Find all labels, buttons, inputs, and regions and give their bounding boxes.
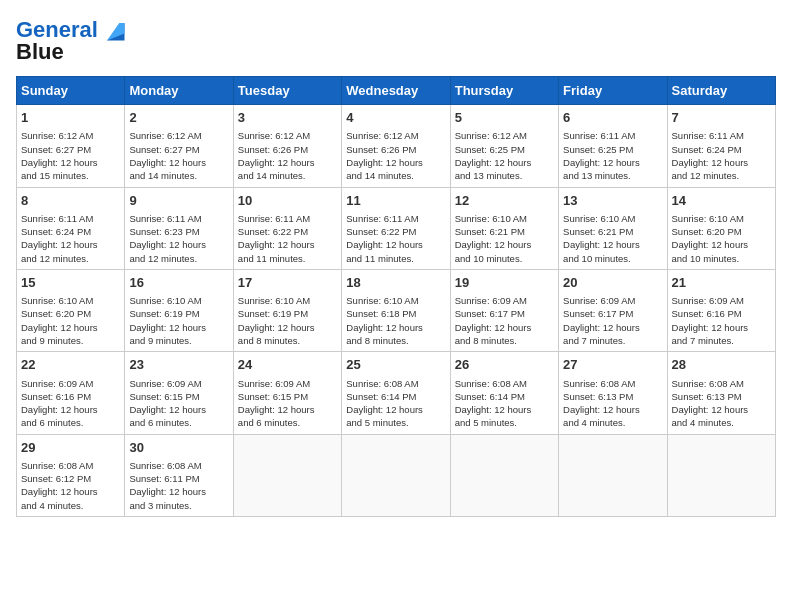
- calendar-cell: 27Sunrise: 6:08 AM Sunset: 6:13 PM Dayli…: [559, 352, 667, 434]
- calendar-cell: 10Sunrise: 6:11 AM Sunset: 6:22 PM Dayli…: [233, 187, 341, 269]
- day-number: 24: [238, 356, 337, 374]
- cell-details: Sunrise: 6:10 AM Sunset: 6:20 PM Dayligh…: [672, 212, 771, 265]
- calendar-cell: [559, 434, 667, 516]
- calendar-cell: [667, 434, 775, 516]
- day-number: 19: [455, 274, 554, 292]
- cell-details: Sunrise: 6:09 AM Sunset: 6:17 PM Dayligh…: [455, 294, 554, 347]
- calendar-cell: 4Sunrise: 6:12 AM Sunset: 6:26 PM Daylig…: [342, 105, 450, 187]
- day-number: 15: [21, 274, 120, 292]
- logo-icon: [100, 16, 128, 44]
- cell-details: Sunrise: 6:12 AM Sunset: 6:27 PM Dayligh…: [129, 129, 228, 182]
- cell-details: Sunrise: 6:11 AM Sunset: 6:22 PM Dayligh…: [346, 212, 445, 265]
- cell-details: Sunrise: 6:08 AM Sunset: 6:11 PM Dayligh…: [129, 459, 228, 512]
- cell-details: Sunrise: 6:10 AM Sunset: 6:19 PM Dayligh…: [238, 294, 337, 347]
- calendar-cell: 22Sunrise: 6:09 AM Sunset: 6:16 PM Dayli…: [17, 352, 125, 434]
- cell-details: Sunrise: 6:10 AM Sunset: 6:21 PM Dayligh…: [455, 212, 554, 265]
- day-number: 27: [563, 356, 662, 374]
- day-number: 10: [238, 192, 337, 210]
- day-number: 20: [563, 274, 662, 292]
- day-number: 11: [346, 192, 445, 210]
- day-number: 25: [346, 356, 445, 374]
- cell-details: Sunrise: 6:11 AM Sunset: 6:25 PM Dayligh…: [563, 129, 662, 182]
- day-number: 8: [21, 192, 120, 210]
- calendar-cell: [450, 434, 558, 516]
- calendar-cell: 5Sunrise: 6:12 AM Sunset: 6:25 PM Daylig…: [450, 105, 558, 187]
- day-number: 14: [672, 192, 771, 210]
- calendar-cell: 29Sunrise: 6:08 AM Sunset: 6:12 PM Dayli…: [17, 434, 125, 516]
- cell-details: Sunrise: 6:08 AM Sunset: 6:14 PM Dayligh…: [455, 377, 554, 430]
- cell-details: Sunrise: 6:12 AM Sunset: 6:26 PM Dayligh…: [238, 129, 337, 182]
- calendar-cell: [342, 434, 450, 516]
- calendar-cell: [233, 434, 341, 516]
- calendar-cell: 23Sunrise: 6:09 AM Sunset: 6:15 PM Dayli…: [125, 352, 233, 434]
- calendar-cell: 16Sunrise: 6:10 AM Sunset: 6:19 PM Dayli…: [125, 269, 233, 351]
- calendar-cell: 9Sunrise: 6:11 AM Sunset: 6:23 PM Daylig…: [125, 187, 233, 269]
- cell-details: Sunrise: 6:10 AM Sunset: 6:19 PM Dayligh…: [129, 294, 228, 347]
- calendar-cell: 1Sunrise: 6:12 AM Sunset: 6:27 PM Daylig…: [17, 105, 125, 187]
- cell-details: Sunrise: 6:09 AM Sunset: 6:16 PM Dayligh…: [21, 377, 120, 430]
- calendar-cell: 13Sunrise: 6:10 AM Sunset: 6:21 PM Dayli…: [559, 187, 667, 269]
- calendar-cell: 26Sunrise: 6:08 AM Sunset: 6:14 PM Dayli…: [450, 352, 558, 434]
- day-number: 1: [21, 109, 120, 127]
- day-number: 26: [455, 356, 554, 374]
- calendar-week-4: 29Sunrise: 6:08 AM Sunset: 6:12 PM Dayli…: [17, 434, 776, 516]
- day-header-friday: Friday: [559, 77, 667, 105]
- day-number: 22: [21, 356, 120, 374]
- cell-details: Sunrise: 6:12 AM Sunset: 6:25 PM Dayligh…: [455, 129, 554, 182]
- calendar-cell: 14Sunrise: 6:10 AM Sunset: 6:20 PM Dayli…: [667, 187, 775, 269]
- day-number: 17: [238, 274, 337, 292]
- cell-details: Sunrise: 6:11 AM Sunset: 6:24 PM Dayligh…: [672, 129, 771, 182]
- calendar-cell: 2Sunrise: 6:12 AM Sunset: 6:27 PM Daylig…: [125, 105, 233, 187]
- day-header-monday: Monday: [125, 77, 233, 105]
- calendar-cell: 7Sunrise: 6:11 AM Sunset: 6:24 PM Daylig…: [667, 105, 775, 187]
- calendar-cell: 19Sunrise: 6:09 AM Sunset: 6:17 PM Dayli…: [450, 269, 558, 351]
- day-number: 7: [672, 109, 771, 127]
- cell-details: Sunrise: 6:09 AM Sunset: 6:15 PM Dayligh…: [129, 377, 228, 430]
- calendar-week-1: 8Sunrise: 6:11 AM Sunset: 6:24 PM Daylig…: [17, 187, 776, 269]
- calendar-cell: 18Sunrise: 6:10 AM Sunset: 6:18 PM Dayli…: [342, 269, 450, 351]
- cell-details: Sunrise: 6:10 AM Sunset: 6:21 PM Dayligh…: [563, 212, 662, 265]
- cell-details: Sunrise: 6:11 AM Sunset: 6:23 PM Dayligh…: [129, 212, 228, 265]
- day-number: 30: [129, 439, 228, 457]
- day-number: 3: [238, 109, 337, 127]
- cell-details: Sunrise: 6:09 AM Sunset: 6:17 PM Dayligh…: [563, 294, 662, 347]
- page-header: General Blue: [16, 16, 776, 64]
- calendar-cell: 12Sunrise: 6:10 AM Sunset: 6:21 PM Dayli…: [450, 187, 558, 269]
- calendar-cell: 17Sunrise: 6:10 AM Sunset: 6:19 PM Dayli…: [233, 269, 341, 351]
- calendar-cell: 6Sunrise: 6:11 AM Sunset: 6:25 PM Daylig…: [559, 105, 667, 187]
- calendar-cell: 20Sunrise: 6:09 AM Sunset: 6:17 PM Dayli…: [559, 269, 667, 351]
- day-number: 28: [672, 356, 771, 374]
- day-number: 23: [129, 356, 228, 374]
- calendar-cell: 8Sunrise: 6:11 AM Sunset: 6:24 PM Daylig…: [17, 187, 125, 269]
- calendar-week-2: 15Sunrise: 6:10 AM Sunset: 6:20 PM Dayli…: [17, 269, 776, 351]
- cell-details: Sunrise: 6:09 AM Sunset: 6:15 PM Dayligh…: [238, 377, 337, 430]
- day-number: 18: [346, 274, 445, 292]
- day-number: 5: [455, 109, 554, 127]
- calendar-cell: 24Sunrise: 6:09 AM Sunset: 6:15 PM Dayli…: [233, 352, 341, 434]
- cell-details: Sunrise: 6:10 AM Sunset: 6:20 PM Dayligh…: [21, 294, 120, 347]
- calendar-week-3: 22Sunrise: 6:09 AM Sunset: 6:16 PM Dayli…: [17, 352, 776, 434]
- day-number: 9: [129, 192, 228, 210]
- logo-subtext: Blue: [16, 39, 64, 64]
- cell-details: Sunrise: 6:08 AM Sunset: 6:12 PM Dayligh…: [21, 459, 120, 512]
- cell-details: Sunrise: 6:09 AM Sunset: 6:16 PM Dayligh…: [672, 294, 771, 347]
- day-number: 4: [346, 109, 445, 127]
- day-header-thursday: Thursday: [450, 77, 558, 105]
- day-number: 21: [672, 274, 771, 292]
- logo: General Blue: [16, 16, 128, 64]
- day-header-tuesday: Tuesday: [233, 77, 341, 105]
- cell-details: Sunrise: 6:08 AM Sunset: 6:13 PM Dayligh…: [672, 377, 771, 430]
- day-header-wednesday: Wednesday: [342, 77, 450, 105]
- calendar-cell: 3Sunrise: 6:12 AM Sunset: 6:26 PM Daylig…: [233, 105, 341, 187]
- calendar-table: SundayMondayTuesdayWednesdayThursdayFrid…: [16, 76, 776, 517]
- calendar-cell: 28Sunrise: 6:08 AM Sunset: 6:13 PM Dayli…: [667, 352, 775, 434]
- calendar-cell: 15Sunrise: 6:10 AM Sunset: 6:20 PM Dayli…: [17, 269, 125, 351]
- cell-details: Sunrise: 6:08 AM Sunset: 6:13 PM Dayligh…: [563, 377, 662, 430]
- calendar-cell: 11Sunrise: 6:11 AM Sunset: 6:22 PM Dayli…: [342, 187, 450, 269]
- day-header-sunday: Sunday: [17, 77, 125, 105]
- day-number: 13: [563, 192, 662, 210]
- calendar-cell: 30Sunrise: 6:08 AM Sunset: 6:11 PM Dayli…: [125, 434, 233, 516]
- day-number: 12: [455, 192, 554, 210]
- cell-details: Sunrise: 6:10 AM Sunset: 6:18 PM Dayligh…: [346, 294, 445, 347]
- calendar-week-0: 1Sunrise: 6:12 AM Sunset: 6:27 PM Daylig…: [17, 105, 776, 187]
